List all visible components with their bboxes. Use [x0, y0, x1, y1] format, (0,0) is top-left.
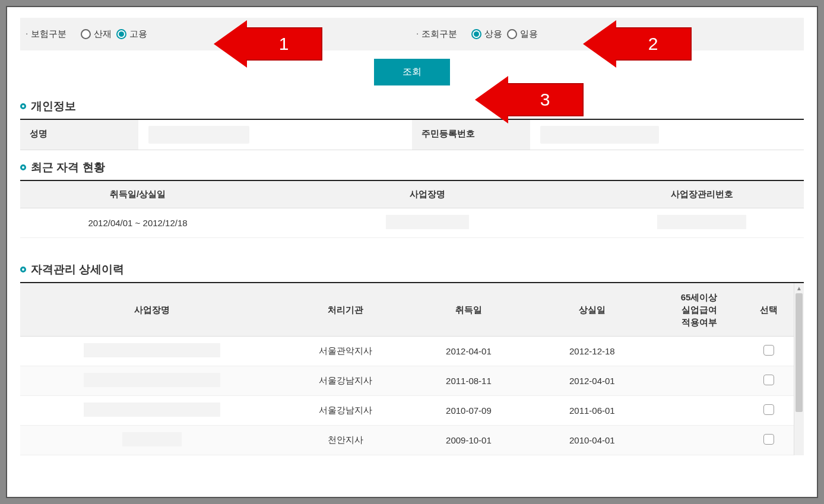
radio-query-ilyong[interactable]: 일용 [507, 28, 538, 40]
cell-select [744, 396, 794, 426]
callout-arrow-1: 1 [214, 27, 321, 61]
app-frame: 보험구분 산재 고용 조회구분 상용 [6, 6, 818, 498]
cell-select [744, 337, 794, 366]
name-label: 성명 [20, 120, 139, 150]
redacted [84, 373, 220, 387]
cell-select [744, 426, 794, 455]
cell-period: 2012/04/01 ~ 2012/12/18 [20, 208, 255, 238]
callout-arrow-3: 3 [475, 83, 582, 116]
radio-icon [116, 29, 126, 39]
cell-over65 [654, 337, 744, 366]
radio-label: 고용 [129, 28, 147, 40]
table-row: 서울강남지사 2010-07-09 2011-06-01 [20, 396, 794, 426]
radio-label: 상용 [484, 28, 502, 40]
bullet-icon [20, 267, 26, 272]
query-label: 조회구분 [417, 28, 457, 40]
cell-biz [20, 337, 284, 366]
recent-table: 취득일/상실일 사업장명 사업장관리번호 2012/04/01 ~ 2012/1… [20, 181, 804, 238]
table-row: 서울관악지사 2012-04-01 2012-12-18 [20, 337, 794, 366]
search-row: 조회 [20, 59, 804, 85]
select-checkbox[interactable] [763, 404, 774, 415]
cell-loss: 2010-04-01 [530, 426, 654, 455]
cell-biz [255, 208, 600, 238]
radio-icon [471, 29, 481, 39]
cell-acq: 2010-07-09 [407, 396, 530, 426]
section-title-personal: 개인정보 [20, 99, 804, 114]
cell-acq: 2012-04-01 [407, 337, 530, 366]
insurance-radio-set: 산재 고용 [81, 28, 147, 40]
cell-branch: 서울강남지사 [284, 396, 407, 426]
col-period: 취득일/상실일 [20, 181, 255, 208]
redacted [84, 343, 220, 357]
cell-biz [20, 366, 284, 396]
cell-over65 [654, 366, 744, 396]
cell-over65 [654, 396, 744, 426]
radio-label: 일용 [520, 28, 538, 40]
col-biz: 사업장명 [255, 181, 600, 208]
cell-over65 [654, 426, 744, 455]
select-checkbox[interactable] [763, 375, 774, 385]
callout-number: 2 [616, 27, 692, 61]
rrn-value [531, 120, 804, 150]
section-title-text: 개인정보 [31, 99, 76, 114]
callout-arrow-2: 2 [583, 27, 690, 61]
cell-loss: 2011-06-01 [530, 396, 654, 426]
cell-acq: 2011-08-11 [407, 366, 530, 396]
redacted [84, 402, 220, 417]
redacted [386, 215, 469, 229]
bullet-icon [20, 103, 26, 109]
vertical-scrollbar[interactable]: ▲ [794, 283, 804, 455]
radio-insurance-goyong[interactable]: 고용 [116, 28, 147, 40]
detail-scroll-area: 사업장명 처리기관 취득일 상실일 65세이상 실업급여 적용여부 선택 서울관… [20, 283, 794, 455]
radio-label: 산재 [94, 28, 112, 40]
insurance-label: 보험구분 [26, 28, 66, 40]
redacted [657, 215, 746, 229]
select-checkbox[interactable] [763, 434, 774, 445]
scroll-up-icon[interactable]: ▲ [794, 283, 804, 293]
redacted [148, 126, 249, 144]
cell-bizno [600, 208, 804, 238]
section-title-text: 최근 자격 현황 [31, 160, 105, 175]
cell-loss: 2012-12-18 [530, 337, 654, 366]
radio-icon [81, 29, 91, 39]
col-bizno: 사업장관리번호 [600, 181, 804, 208]
section-title-recent: 최근 자격 현황 [20, 160, 804, 175]
radio-icon [507, 29, 517, 39]
redacted [122, 432, 182, 446]
detail-wrap: 사업장명 처리기관 취득일 상실일 65세이상 실업급여 적용여부 선택 서울관… [20, 282, 804, 455]
cell-branch: 서울관악지사 [284, 337, 407, 366]
callout-number: 3 [508, 83, 584, 116]
scroll-thumb[interactable] [796, 293, 803, 412]
personal-info-row: 성명 주민등록번호 [20, 120, 804, 150]
detail-table: 사업장명 처리기관 취득일 상실일 65세이상 실업급여 적용여부 선택 서울관… [20, 283, 794, 455]
name-value [139, 120, 412, 150]
select-checkbox[interactable] [763, 345, 774, 356]
radio-insurance-sanje[interactable]: 산재 [81, 28, 112, 40]
cell-branch: 천안지사 [284, 426, 407, 455]
col-over65: 65세이상 실업급여 적용여부 [654, 283, 744, 337]
filter-insurance-group: 보험구분 산재 고용 [26, 28, 147, 40]
table-row: 서울강남지사 2011-08-11 2012-04-01 [20, 366, 794, 396]
bullet-icon [20, 164, 26, 170]
filter-query-group: 조회구분 상용 일용 [417, 28, 538, 40]
cell-loss: 2012-04-01 [530, 366, 654, 396]
radio-query-sangyong[interactable]: 상용 [471, 28, 502, 40]
col-select: 선택 [744, 283, 794, 337]
cell-branch: 서울강남지사 [284, 366, 407, 396]
cell-biz [20, 426, 284, 455]
cell-biz [20, 396, 284, 426]
table-row: 2012/04/01 ~ 2012/12/18 [20, 208, 804, 238]
section-title-text: 자격관리 상세이력 [31, 262, 124, 277]
query-radio-set: 상용 일용 [471, 28, 538, 40]
col-loss: 상실일 [530, 283, 654, 337]
callout-number: 1 [246, 27, 322, 61]
search-button[interactable]: 조회 [374, 59, 450, 85]
redacted [540, 126, 659, 144]
cell-acq: 2009-10-01 [407, 426, 530, 455]
rrn-label: 주민등록번호 [412, 120, 531, 150]
col-acq: 취득일 [407, 283, 530, 337]
cell-select [744, 366, 794, 396]
col-branch: 처리기관 [284, 283, 407, 337]
section-title-detail: 자격관리 상세이력 [20, 262, 804, 277]
col-biz: 사업장명 [20, 283, 284, 337]
